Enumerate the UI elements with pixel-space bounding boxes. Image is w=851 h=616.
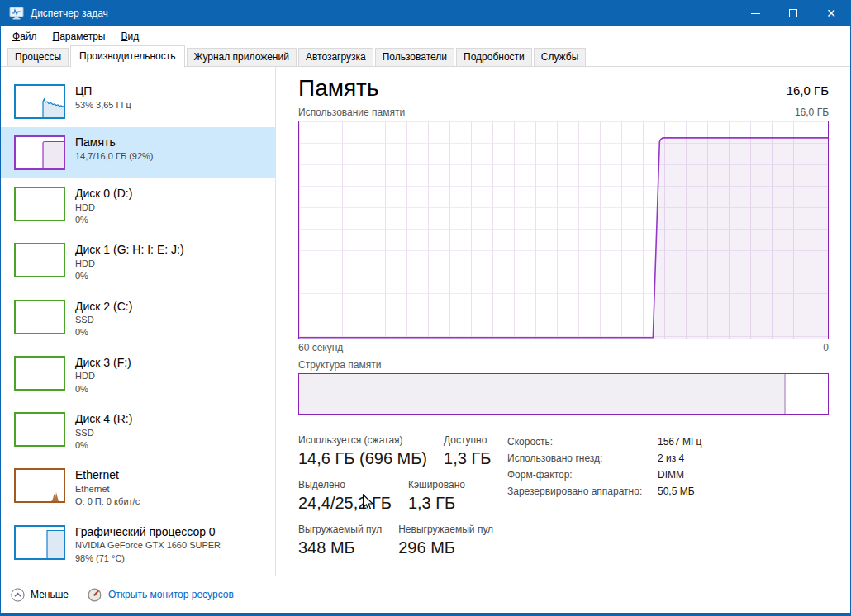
memory-panel: Память 16,0 ГБ Использование памяти 16,0… xyxy=(276,67,850,576)
empty-icon xyxy=(16,358,64,389)
tab-performance[interactable]: Производительность xyxy=(70,45,184,68)
sidebar-item-subline: 0% xyxy=(75,383,131,396)
stat-value: 1,3 ГБ xyxy=(444,449,491,468)
memory-composition-bar xyxy=(298,373,829,415)
tab-bar: ПроцессыПроизводительностьЖурнал приложе… xyxy=(1,45,850,67)
maximize-icon[interactable] xyxy=(774,0,812,26)
sidebar-thumb-disk4 xyxy=(14,412,65,447)
sidebar-item-subline: 0% xyxy=(75,214,132,226)
window-title: Диспетчер задач xyxy=(31,7,108,19)
fewer-details-label: Меньше xyxy=(31,589,69,600)
sidebar-item-ethernet[interactable]: EthernetEthernetО: 0 П: 0 кбит/с xyxy=(1,460,275,516)
stat-value: 1,3 ГБ xyxy=(408,494,465,513)
resource-monitor-icon xyxy=(88,588,102,602)
stat-label: Выделено xyxy=(298,479,392,490)
sidebar-thumb-memory xyxy=(14,135,65,170)
detail-row: Форм-фактор:DIMM xyxy=(507,469,701,481)
sidebar-item-cpu[interactable]: ЦП53% 3,65 ГГц xyxy=(1,76,275,127)
sidebar-item-title: Диск 2 (C:) xyxy=(75,300,132,315)
stat-2: Выделено24,4/25,2 ГБ xyxy=(298,479,392,513)
sidebar-item-disk4[interactable]: Диск 4 (R:)SSD0% xyxy=(1,404,275,460)
sidebar-thumb-disk3 xyxy=(14,356,65,391)
gpu-graph-icon xyxy=(16,527,64,558)
chevron-up-circle-icon xyxy=(11,588,25,602)
composition-label: Структура памяти xyxy=(298,359,829,371)
x-axis-right-label: 0 xyxy=(823,342,829,353)
sidebar-thumb-disk2 xyxy=(14,300,65,334)
footer-bar: Меньше Открыть монитор ресурсов xyxy=(1,576,850,613)
sidebar-item-subline: 14,7/16,0 ГБ (92%) xyxy=(75,150,154,163)
sidebar-item-title: Ethernet xyxy=(75,468,140,483)
title-bar: Диспетчер задач ✕ xyxy=(1,0,850,26)
open-resource-monitor-link[interactable]: Открыть монитор ресурсов xyxy=(88,588,234,602)
stat-value: 348 МБ xyxy=(298,538,382,557)
stat-4: Выгружаемый пул348 МБ xyxy=(298,524,382,557)
stat-label: Используется (сжатая) xyxy=(298,434,427,446)
tab-services[interactable]: Службы xyxy=(534,48,586,67)
tab-app-history[interactable]: Журнал приложений xyxy=(187,48,297,67)
sidebar-item-subline: 53% 3,65 ГГц xyxy=(75,99,131,111)
sidebar-thumb-gpu xyxy=(14,525,65,560)
task-manager-window: Диспетчер задач ✕ ФайлПараметрыВид Проце… xyxy=(0,0,851,616)
memory-stats: Используется (сжатая)14,6 ГБ (696 МБ)Дос… xyxy=(298,434,507,557)
sidebar-item-subline: 0% xyxy=(75,439,132,452)
tab-details[interactable]: Подробности xyxy=(456,48,532,67)
sidebar-thumb-disk0 xyxy=(14,187,65,221)
sidebar-item-disk2[interactable]: Диск 2 (C:)SSD0% xyxy=(1,291,275,348)
detail-value: 50,5 МБ xyxy=(658,486,695,497)
close-icon[interactable]: ✕ xyxy=(812,0,850,26)
detail-label: Форм-фактор: xyxy=(507,469,658,481)
memory-usage-curve xyxy=(299,121,828,339)
tab-users[interactable]: Пользователи xyxy=(375,48,454,67)
sidebar-item-title: Графический процессор 0 xyxy=(75,525,221,540)
detail-label: Использовано гнезд: xyxy=(507,453,658,464)
sidebar-item-disk0[interactable]: Диск 0 (D:)HDD0% xyxy=(1,178,275,235)
sidebar-item-subline: 98% (71 °C) xyxy=(75,552,221,565)
menu-item-file[interactable]: Файл xyxy=(12,31,37,42)
tab-processes[interactable]: Процессы xyxy=(7,48,69,67)
sidebar-item-disk1[interactable]: Диск 1 (G: H: I: E: J:)HDD0% xyxy=(1,235,275,291)
tab-startup[interactable]: Автозагрузка xyxy=(298,48,373,67)
stat-value: 296 МБ xyxy=(398,538,493,557)
cpu-graph-icon xyxy=(16,86,64,117)
memory-composition-used xyxy=(299,374,786,414)
sidebar-item-subline: HDD xyxy=(75,370,131,382)
page-title: Память xyxy=(298,75,379,102)
usage-graph-label: Использование памяти xyxy=(298,107,405,118)
memory-details: Скорость:1567 МГцИспользовано гнезд:2 из… xyxy=(507,434,701,557)
detail-value: 1567 МГц xyxy=(658,436,701,448)
sidebar-item-title: Память xyxy=(75,135,154,150)
empty-icon xyxy=(16,244,64,276)
detail-row: Зарезервировано аппаратно:50,5 МБ xyxy=(507,486,701,497)
detail-value: 2 из 4 xyxy=(658,453,684,464)
detail-label: Скорость: xyxy=(507,436,658,448)
stat-0: Используется (сжатая)14,6 ГБ (696 МБ) xyxy=(298,434,427,468)
sidebar-thumb-cpu xyxy=(14,84,65,119)
detail-row: Скорость:1567 МГц xyxy=(507,436,701,448)
sidebar-item-subline: Ethernet xyxy=(75,483,140,495)
menu-item-view[interactable]: Вид xyxy=(121,31,139,42)
open-resource-monitor-label: Открыть монитор ресурсов xyxy=(108,589,234,600)
sidebar-item-subline: HDD xyxy=(75,201,132,214)
minimize-icon[interactable] xyxy=(736,0,774,26)
net-graph-icon xyxy=(16,470,64,501)
menu-item-options[interactable]: Параметры xyxy=(53,31,106,42)
sidebar-item-gpu[interactable]: Графический процессор 0NVIDIA GeForce GT… xyxy=(1,517,275,573)
sidebar-item-disk3[interactable]: Диск 3 (F:)HDD0% xyxy=(1,348,275,404)
sidebar-item-subline: HDD xyxy=(75,258,184,270)
detail-value: DIMM xyxy=(658,469,684,481)
stat-5: Невыгружаемый пул296 МБ xyxy=(398,524,493,557)
stat-label: Невыгружаемый пул xyxy=(398,524,493,535)
memory-usage-graph xyxy=(298,121,829,339)
sidebar-item-title: ЦП xyxy=(75,84,131,99)
sidebar-item-subline: SSD xyxy=(75,427,132,439)
footer-separator xyxy=(78,586,78,603)
sidebar-item-subline: О: 0 П: 0 кбит/с xyxy=(75,495,140,508)
menu-bar: ФайлПараметрыВид xyxy=(1,26,850,45)
stat-value: 14,6 ГБ (696 МБ) xyxy=(298,449,427,468)
sidebar-item-memory[interactable]: Память14,7/16,0 ГБ (92%) xyxy=(1,127,275,178)
detail-label: Зарезервировано аппаратно: xyxy=(507,486,658,497)
fewer-details-button[interactable]: Меньше xyxy=(11,588,69,602)
usage-graph-max: 16,0 ГБ xyxy=(795,107,829,118)
sidebar-item-title: Диск 3 (F:) xyxy=(75,356,131,371)
